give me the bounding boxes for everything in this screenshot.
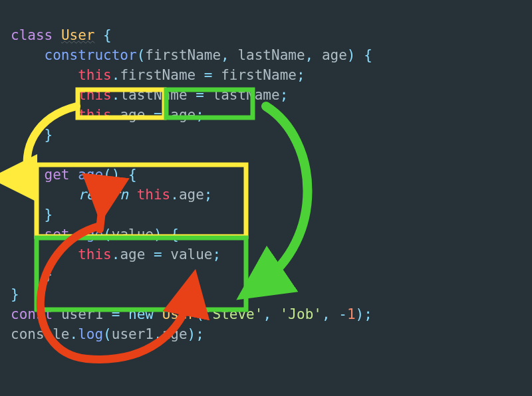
code-line [11, 147, 19, 163]
code-line: } [11, 127, 53, 143]
open-brace: { [103, 27, 112, 43]
code-line: const user1 = new User('Steve', 'Job', -… [11, 306, 372, 322]
code-line: get age() { [11, 167, 137, 183]
code-line: constructor(firstName, lastName, age) { [11, 47, 372, 63]
code-line: this.firstName = firstName; [11, 67, 305, 83]
code-line: this.lastName = lastName; [11, 87, 288, 103]
code-line: this.age = value; [11, 247, 221, 262]
code-line: set age(value) { [11, 227, 179, 243]
code-line: return this.age; [11, 187, 213, 203]
class-name: User [61, 27, 95, 43]
code-line: console.log(user1.age); [11, 326, 204, 342]
code-line: } [11, 266, 53, 282]
code-line: this.age = age; [11, 107, 204, 123]
code-editor: class User { constructor(firstName, last… [0, 0, 532, 344]
code-line: } [11, 286, 19, 302]
keyword-class: class [11, 27, 53, 43]
code-line: class User { [11, 27, 112, 43]
code-line: } [11, 207, 53, 223]
constructor: constructor [45, 47, 137, 63]
